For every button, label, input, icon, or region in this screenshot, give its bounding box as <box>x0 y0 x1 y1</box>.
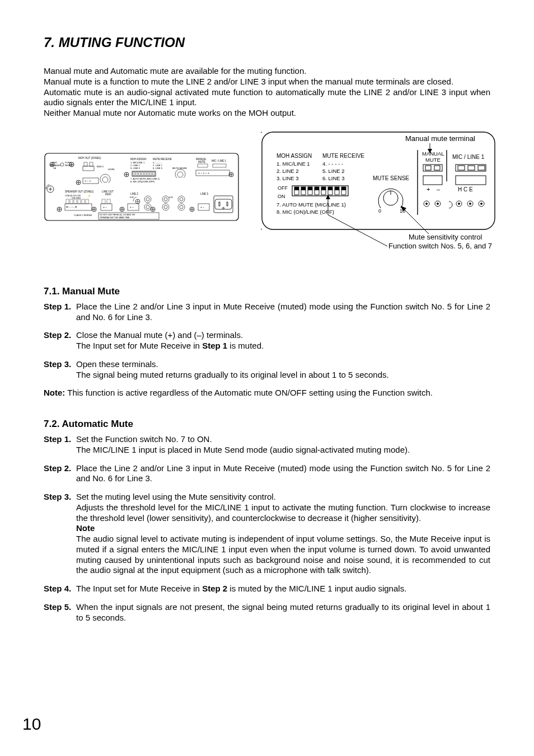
svg-rect-59 <box>147 172 149 176</box>
svg-rect-92 <box>107 199 110 204</box>
svg-rect-37 <box>83 166 94 171</box>
svg-point-116 <box>180 205 183 209</box>
svg-rect-158 <box>456 176 486 185</box>
svg-point-34 <box>60 163 64 166</box>
svg-line-123 <box>261 220 262 229</box>
svg-rect-77 <box>78 199 81 204</box>
svg-rect-91 <box>102 199 105 204</box>
svg-rect-143 <box>335 187 339 190</box>
callout-function-switch: Function switch Nos. 5, 6, and 7 <box>388 242 492 250</box>
step-body: Open these terminals. The signal being m… <box>76 359 490 381</box>
step-label: Step 2. <box>44 330 76 351</box>
svg-rect-38 <box>84 162 87 166</box>
mute-row-5: 5. LINE 2 <box>322 168 345 174</box>
moh-row-1: 1. MIC/LINE 1 <box>277 161 310 167</box>
svg-rect-54 <box>133 172 135 176</box>
svg-rect-152 <box>434 166 440 170</box>
s72-step3: Step 3. Set the muting level using the M… <box>44 492 490 576</box>
mic-on-line-label: 8. MIC (ON)/LINE (OFF) <box>277 209 334 215</box>
svg-rect-57 <box>142 172 143 176</box>
s71-note: Note: This function is active regardless… <box>44 388 490 398</box>
page-number: 10 <box>22 715 41 734</box>
svg-marker-128 <box>326 195 330 199</box>
svg-point-101 <box>144 196 151 203</box>
step-label: Step 4. <box>44 584 76 594</box>
svg-rect-75 <box>70 199 73 204</box>
svg-rect-53 <box>132 171 156 176</box>
svg-line-122 <box>261 132 262 142</box>
svg-text:+  –: + – <box>200 205 204 209</box>
s71-step2: Step 2. Close the Manual mute (+) and (–… <box>44 330 490 351</box>
svg-point-112 <box>164 205 167 209</box>
mute-row-6: 6. LINE 3 <box>322 175 345 181</box>
moh-out-label: MOH OUT (ZONE1) <box>78 157 101 159</box>
s72-step2: Step 2. Place the Line 2 and/or Line 3 i… <box>44 463 490 485</box>
sense-max: 10 <box>400 208 405 214</box>
mute-row-4: 4. - - - - - <box>322 161 343 167</box>
s72-step1: Step 1. Set the Function switch No. 7 to… <box>44 434 490 456</box>
svg-rect-139 <box>308 187 312 190</box>
hce-label: H C E <box>458 186 473 192</box>
svg-rect-39 <box>90 162 93 166</box>
figure-area: UNITBREAKER2A PUSH RESET MOH OUT (ZONE1)… <box>44 131 490 251</box>
svg-rect-157 <box>478 166 485 170</box>
svg-point-113 <box>178 196 185 203</box>
s72-step3-line2: Adjusts the threshold level for the MIC/… <box>76 503 490 523</box>
step-label: Step 1. <box>44 302 76 323</box>
svg-text:SPEAKER OUT (ZONE1): SPEAKER OUT (ZONE1) <box>65 190 94 193</box>
intro-p4: Neither Manual mute nor Automatic mute w… <box>44 108 490 119</box>
svg-rect-119 <box>227 202 228 206</box>
svg-point-162 <box>437 203 439 204</box>
step-label: Step 3. <box>44 492 76 576</box>
svg-rect-68 <box>198 164 208 167</box>
auto-mute-label: 7. AUTO MUTE (MIC/LINE 1) <box>277 201 346 208</box>
s72-step3-note-text: The audio signal level to activate mutin… <box>76 534 490 575</box>
step2-line2-pre: The Input set for Mute Receive in <box>76 341 202 350</box>
step-label: Step 3. <box>44 359 76 381</box>
step-body: Place the Line 2 and/or Line 3 input in … <box>76 302 490 323</box>
step-body: The Input set for Mute Receive in Step 2… <box>76 584 490 594</box>
svg-rect-141 <box>321 187 326 190</box>
svg-text:+  –   +  –  +: + – + – + <box>198 171 209 175</box>
s72-step4-pre: The Input set for Mute Receive in <box>76 584 202 593</box>
svg-rect-69 <box>213 164 226 167</box>
svg-rect-74 <box>66 199 69 204</box>
svg-point-164 <box>458 203 460 204</box>
dip-on-label: ON <box>278 194 285 199</box>
svg-point-109 <box>162 196 169 203</box>
s72-step1-line2: The MIC/LINE 1 input is placed in Mute S… <box>76 445 410 454</box>
svg-point-111 <box>162 204 169 210</box>
svg-rect-117 <box>214 196 233 213</box>
step-body: Set the muting level using the Mute sens… <box>76 492 490 576</box>
svg-rect-153 <box>423 176 442 185</box>
sense-min: 0 <box>378 208 381 214</box>
svg-text:+  –: + – <box>130 205 134 209</box>
svg-point-102 <box>146 198 149 201</box>
mute-sense-label: MUTE SENSE <box>373 175 409 181</box>
step-label: Step 5. <box>44 602 76 623</box>
svg-text:6. LINE 3: 6. LINE 3 <box>153 167 162 170</box>
step3-line2: The signal being muted returns gradually… <box>76 370 389 379</box>
rear-panel-callout: Manual mute terminal Mute sensitivity co… <box>261 131 496 251</box>
svg-rect-79 <box>86 199 88 204</box>
s71-step3: Step 3. Open these terminals. The signal… <box>44 359 490 381</box>
s72-step4-post: is muted by the MIC/LINE 1 input audio s… <box>227 584 406 593</box>
dip-off-label: OFF <box>278 185 288 191</box>
svg-text:8Ω/0.5: 8Ω/0.5 <box>97 165 104 168</box>
step2-line2-post: is muted. <box>227 341 264 350</box>
svg-point-64 <box>177 172 183 177</box>
svg-point-42 <box>102 177 108 182</box>
svg-rect-144 <box>341 187 346 190</box>
svg-rect-137 <box>294 187 299 190</box>
mic-line1-head: MIC / LINE 1 <box>452 154 485 160</box>
step-body: When the input signals are not present, … <box>76 602 490 623</box>
svg-point-120 <box>223 207 224 209</box>
s72-step4: Step 4. The Input set for Mute Receive i… <box>44 584 490 594</box>
svg-point-110 <box>164 198 167 201</box>
svg-text:3. LINE 3: 3. LINE 3 <box>130 167 140 170</box>
svg-point-160 <box>426 203 428 204</box>
svg-text:TERMINALS AT THE SAME TIME.: TERMINALS AT THE SAME TIME. <box>100 217 130 219</box>
s72-step3-note-label: Note <box>76 523 95 533</box>
step2-line1: Close the Manual mute (+) and (–) termin… <box>76 330 243 340</box>
manual-mute-minus: – <box>437 186 441 192</box>
